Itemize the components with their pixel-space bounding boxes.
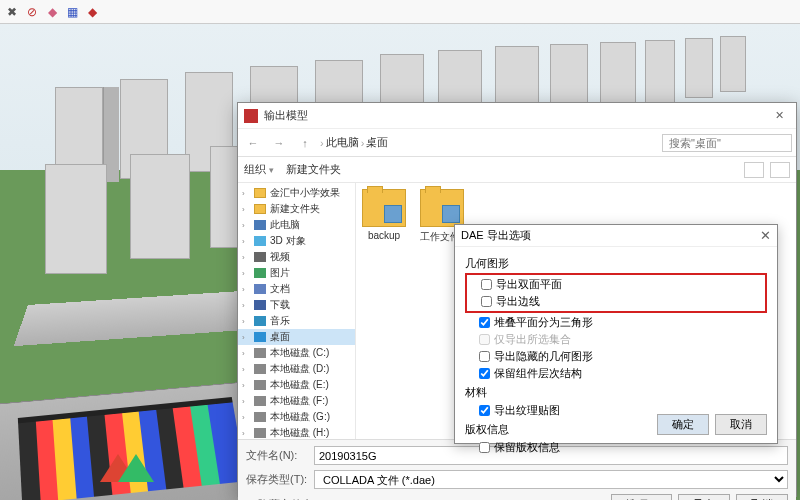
tree-item[interactable]: ›金汇中小学效果	[238, 185, 355, 201]
folder-icon	[362, 189, 406, 227]
pc-icon	[254, 220, 266, 230]
img-icon	[254, 268, 266, 278]
building	[130, 154, 190, 259]
tree-item[interactable]: ›本地磁盘 (D:)	[238, 361, 355, 377]
filetype-select[interactable]: COLLADA 文件 (*.dae)	[314, 470, 788, 489]
tree-item[interactable]: ›本地磁盘 (G:)	[238, 409, 355, 425]
tree-item[interactable]: ›本地磁盘 (F:)	[238, 393, 355, 409]
organize-menu[interactable]: 组织	[244, 162, 274, 177]
up-icon[interactable]: ↑	[294, 137, 316, 149]
disk-icon	[254, 396, 266, 406]
opt-edges-checkbox[interactable]	[481, 296, 492, 307]
wrench-icon[interactable]: ✖	[4, 4, 20, 20]
opt-selection-checkbox	[479, 334, 490, 345]
building	[685, 38, 713, 98]
tree-item[interactable]: ›3D 对象	[238, 233, 355, 249]
opt-hierarchy-checkbox[interactable]	[479, 368, 490, 379]
close-icon[interactable]: ✕	[769, 109, 790, 122]
export-button[interactable]: 导出	[678, 494, 730, 500]
cancel-button[interactable]: 取消	[715, 414, 767, 435]
folder-icon	[420, 189, 464, 227]
group-material: 材料	[465, 385, 767, 400]
opt-textures-checkbox[interactable]	[479, 405, 490, 416]
music-icon	[254, 316, 266, 326]
color-triangles	[100, 454, 160, 494]
options-title: DAE 导出选项	[461, 228, 531, 243]
search-input[interactable]	[662, 134, 792, 152]
toolbar-row: 组织 新建文件夹	[238, 157, 796, 183]
file-item[interactable]: backup	[362, 189, 406, 241]
tree-item[interactable]: ›图片	[238, 265, 355, 281]
disk-icon	[254, 428, 266, 438]
cubes-icon[interactable]: ▦	[64, 4, 80, 20]
tree-item[interactable]: ›本地磁盘 (E:)	[238, 377, 355, 393]
options-button[interactable]: 选项...	[611, 494, 672, 500]
tree-item[interactable]: ›文档	[238, 281, 355, 297]
tree-item[interactable]: ›此电脑	[238, 217, 355, 233]
filetype-label: 保存类型(T):	[246, 472, 308, 487]
building	[45, 164, 107, 274]
tree-item[interactable]: ›视频	[238, 249, 355, 265]
tree-item[interactable]: ›新建文件夹	[238, 201, 355, 217]
disk-icon	[254, 380, 266, 390]
opt-triangulate-checkbox[interactable]	[479, 317, 490, 328]
ok-button[interactable]: 确定	[657, 414, 709, 435]
cancel-button[interactable]: 取消	[736, 494, 788, 500]
folder-icon	[254, 188, 266, 198]
group-geometry: 几何图形	[465, 256, 767, 271]
disk-icon	[254, 348, 266, 358]
options-titlebar[interactable]: DAE 导出选项 ✕	[455, 225, 777, 247]
main-toolbar: ✖ ⊘ ◆ ▦ ◆	[0, 0, 800, 24]
tree-item[interactable]: ›桌面	[238, 329, 355, 345]
back-icon[interactable]: ←	[242, 137, 264, 149]
disk-icon	[254, 412, 266, 422]
desk-icon	[254, 332, 266, 342]
building	[720, 36, 746, 92]
building	[645, 40, 675, 105]
folder-tree[interactable]: ›金汇中小学效果›新建文件夹›此电脑›3D 对象›视频›图片›文档›下载›音乐›…	[238, 183, 356, 439]
doc-icon	[254, 284, 266, 294]
dialog-titlebar[interactable]: 输出模型 ✕	[238, 103, 796, 129]
highlighted-options: 导出双面平面 导出边线	[465, 273, 767, 313]
app-icon	[244, 109, 258, 123]
opt-hidden-geom-checkbox[interactable]	[479, 351, 490, 362]
dialog-title: 输出模型	[264, 108, 308, 123]
dae-export-options-dialog: DAE 导出选项 ✕ 几何图形 导出双面平面 导出边线 堆叠平面分为三角形 仅导…	[454, 224, 778, 444]
tree-item[interactable]: ›下载	[238, 297, 355, 313]
close-icon[interactable]: ✕	[760, 228, 771, 243]
nav-bar: ← → ↑ › 此电脑 › 桌面	[238, 129, 796, 157]
video-icon	[254, 252, 266, 262]
help-icon[interactable]	[770, 162, 790, 178]
dl-icon	[254, 300, 266, 310]
folder-icon	[254, 204, 266, 214]
tree-item[interactable]: ›音乐	[238, 313, 355, 329]
deny-icon[interactable]: ⊘	[24, 4, 40, 20]
new-folder-button[interactable]: 新建文件夹	[286, 162, 341, 177]
3d-icon	[254, 236, 266, 246]
forward-icon[interactable]: →	[268, 137, 290, 149]
opt-two-sided-checkbox[interactable]	[481, 279, 492, 290]
filename-label: 文件名(N):	[246, 448, 308, 463]
opt-credit-checkbox[interactable]	[479, 442, 490, 453]
breadcrumb[interactable]: › 此电脑 › 桌面	[320, 135, 388, 150]
cube-icon[interactable]: ◆	[44, 4, 60, 20]
disk-icon	[254, 364, 266, 374]
tree-item[interactable]: ›本地磁盘 (H:)	[238, 425, 355, 439]
view-mode-icon[interactable]	[744, 162, 764, 178]
ruby-icon[interactable]: ◆	[84, 4, 100, 20]
tree-item[interactable]: ›本地磁盘 (C:)	[238, 345, 355, 361]
